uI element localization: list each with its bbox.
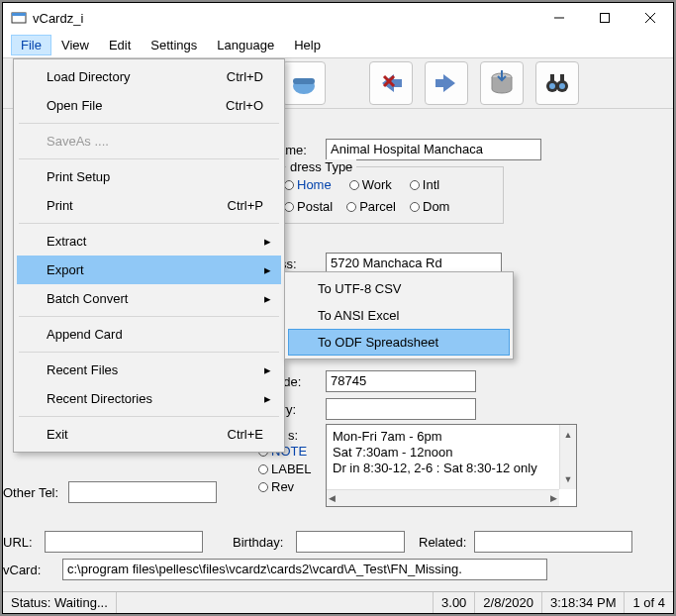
radio-dot-icon bbox=[284, 202, 294, 212]
radio-postal[interactable]: Postal bbox=[284, 199, 333, 214]
radio-work[interactable]: Work bbox=[349, 177, 392, 192]
window-title: vCardz_i bbox=[33, 11, 536, 26]
chevron-right-icon: ▸ bbox=[264, 362, 271, 377]
menu-load-directory[interactable]: Load DirectoryCtrl+D bbox=[17, 62, 281, 91]
save-drive-button[interactable] bbox=[480, 61, 524, 105]
status-position: 1 of 4 bbox=[625, 592, 673, 613]
menu-exit[interactable]: ExitCtrl+E bbox=[17, 420, 281, 449]
export-submenu: To UTF-8 CSV To ANSI Excel To ODF Spread… bbox=[284, 271, 514, 359]
chevron-right-icon: ▶ bbox=[548, 488, 559, 507]
chevron-right-icon: ▸ bbox=[264, 291, 271, 306]
vcard-label: vCard: bbox=[3, 563, 41, 577]
horizontal-scrollbar[interactable]: ◀▶ bbox=[327, 489, 559, 506]
radio-parcel[interactable]: Parcel bbox=[346, 199, 396, 214]
phone-button[interactable] bbox=[282, 61, 326, 105]
menu-print-setup[interactable]: Print Setup bbox=[17, 162, 281, 191]
menu-open-file[interactable]: Open FileCtrl+O bbox=[17, 91, 281, 120]
hours-line: Dr in 8:30-12, 2-6 : Sat 8:30-12 only bbox=[333, 461, 570, 476]
delete-button[interactable] bbox=[369, 61, 413, 105]
radio-dot-icon bbox=[349, 180, 359, 190]
menu-print[interactable]: PrintCtrl+P bbox=[17, 191, 281, 220]
delete-arrow-icon bbox=[376, 68, 406, 98]
file-menu-dropdown: Load DirectoryCtrl+D Open FileCtrl+O Sav… bbox=[13, 58, 285, 453]
radio-home[interactable]: Home bbox=[284, 177, 332, 192]
hours-line: Sat 7:30am - 12noon bbox=[333, 445, 570, 461]
vcard-field[interactable]: c:\program files\pellesc\files\vcardz\ca… bbox=[62, 559, 547, 580]
chevron-right-icon: ▸ bbox=[264, 234, 271, 249]
forward-button[interactable] bbox=[425, 61, 468, 105]
radio-label[interactable]: LABEL bbox=[258, 462, 311, 476]
other-tel-label: Other Tel: bbox=[3, 485, 58, 500]
menu-batch-convert[interactable]: Batch Convert▸ bbox=[17, 284, 281, 313]
menu-save-as: SaveAs .... bbox=[17, 127, 281, 155]
statusbar: Status: Waiting... 3.00 2/8/2020 3:18:34… bbox=[3, 591, 673, 613]
menu-separator bbox=[19, 416, 279, 417]
minimize-button[interactable] bbox=[536, 3, 582, 33]
status-time: 3:18:34 PM bbox=[542, 592, 626, 613]
country-field[interactable] bbox=[326, 398, 476, 420]
menu-language[interactable]: Language bbox=[207, 35, 284, 55]
svg-point-15 bbox=[549, 83, 555, 89]
menu-separator bbox=[19, 158, 279, 159]
radio-dom[interactable]: Dom bbox=[410, 199, 449, 214]
binoculars-icon bbox=[542, 68, 572, 98]
menu-recent-directories[interactable]: Recent Directories▸ bbox=[17, 384, 281, 413]
close-button[interactable] bbox=[628, 3, 673, 33]
menu-separator bbox=[19, 352, 279, 353]
submenu-odf-spreadsheet[interactable]: To ODF Spreadsheet bbox=[288, 329, 510, 356]
phone-icon bbox=[289, 68, 319, 98]
related-label: Related: bbox=[419, 535, 466, 550]
chevron-down-icon: ▼ bbox=[562, 469, 575, 489]
menu-extract[interactable]: Extract▸ bbox=[17, 227, 281, 256]
menu-help[interactable]: Help bbox=[284, 35, 331, 55]
svg-rect-3 bbox=[601, 14, 610, 23]
menu-settings[interactable]: Settings bbox=[141, 35, 207, 55]
status-version: 3.00 bbox=[434, 592, 475, 613]
chevron-right-icon: ▸ bbox=[264, 391, 271, 406]
address-type-group: dress Type Home Work Intl Postal Parcel … bbox=[273, 166, 504, 224]
titlebar: vCardz_i bbox=[3, 3, 673, 33]
menu-separator bbox=[19, 223, 279, 224]
code-field[interactable]: 78745 bbox=[326, 370, 476, 392]
svg-rect-1 bbox=[12, 13, 26, 16]
submenu-utf8-csv[interactable]: To UTF-8 CSV bbox=[288, 275, 510, 302]
birthday-label: Birthday: bbox=[233, 535, 283, 550]
birthday-field[interactable] bbox=[296, 531, 405, 553]
maximize-button[interactable] bbox=[582, 3, 628, 33]
radio-intl[interactable]: Intl bbox=[410, 177, 439, 192]
svg-point-16 bbox=[559, 83, 565, 89]
menu-append-card[interactable]: Append Card bbox=[17, 320, 281, 349]
submenu-ansi-excel[interactable]: To ANSI Excel bbox=[288, 302, 510, 329]
chevron-left-icon: ◀ bbox=[327, 488, 338, 507]
radio-rev[interactable]: Rev bbox=[258, 479, 311, 494]
radio-dot-icon bbox=[258, 464, 268, 474]
vertical-scrollbar[interactable]: ▲▼ bbox=[559, 425, 576, 489]
menu-edit[interactable]: Edit bbox=[99, 35, 141, 55]
url-field[interactable] bbox=[45, 531, 203, 553]
related-field[interactable] bbox=[474, 531, 632, 553]
drive-icon bbox=[487, 68, 517, 98]
hours-textarea[interactable]: Mon-Fri 7am - 6pm Sat 7:30am - 12noon Dr… bbox=[326, 424, 577, 507]
search-button[interactable] bbox=[535, 61, 579, 105]
address-type-legend: dress Type bbox=[286, 159, 356, 174]
hours-line: Mon-Fri 7am - 6pm bbox=[333, 429, 570, 445]
other-tel-field[interactable] bbox=[68, 481, 217, 503]
svg-rect-14 bbox=[560, 74, 564, 82]
status-date: 2/8/2020 bbox=[475, 592, 542, 613]
chevron-right-icon: ▸ bbox=[264, 262, 271, 277]
menu-separator bbox=[19, 123, 279, 124]
svg-rect-13 bbox=[550, 74, 554, 82]
s-label: s: bbox=[288, 428, 298, 443]
menu-export[interactable]: Export▸ bbox=[17, 256, 281, 284]
radio-dot-icon bbox=[410, 202, 420, 212]
svg-rect-7 bbox=[293, 78, 315, 84]
app-icon bbox=[11, 10, 27, 26]
name-field[interactable]: Animal Hospital Manchaca bbox=[326, 139, 541, 160]
menu-file[interactable]: File bbox=[11, 35, 51, 55]
menu-view[interactable]: View bbox=[51, 35, 99, 55]
menubar: File View Edit Settings Language Help bbox=[3, 33, 673, 57]
menu-recent-files[interactable]: Recent Files▸ bbox=[17, 356, 281, 384]
radio-dot-icon bbox=[346, 202, 356, 212]
radio-dot-icon bbox=[284, 180, 294, 190]
url-label: URL: bbox=[3, 535, 33, 550]
